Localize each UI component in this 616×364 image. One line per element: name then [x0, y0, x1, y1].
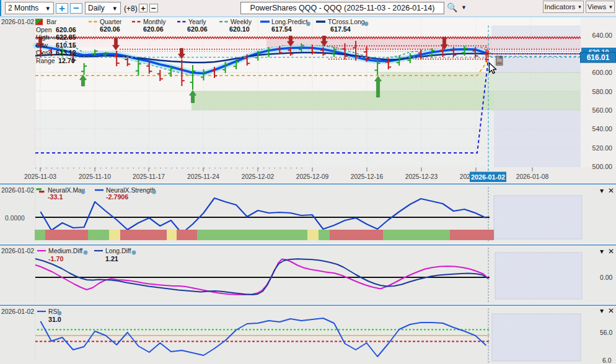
svg-text:540.00: 540.00 [592, 125, 613, 132]
svg-text:✕: ✕ [608, 247, 614, 256]
svg-text:500.00: 500.00 [592, 163, 613, 170]
svg-text:12.70: 12.70 [58, 57, 75, 64]
svg-text:Quarter: Quarter [100, 19, 122, 25]
svg-text:Close: Close [36, 50, 53, 56]
svg-text:Weekly: Weekly [231, 19, 252, 25]
svg-text:Bar: Bar [46, 19, 57, 25]
svg-text:Low: Low [36, 42, 48, 49]
svg-text:2025-12-09: 2025-12-09 [296, 173, 329, 180]
svg-text:▾: ▾ [600, 247, 604, 256]
svg-text:Long.Diff: Long.Diff [105, 248, 131, 254]
svg-text:2025-12-23: 2025-12-23 [405, 173, 438, 180]
svg-text:2025-12-02: 2025-12-02 [242, 173, 275, 180]
svg-text:Open: Open [36, 27, 52, 33]
svg-text:-33.1: -33.1 [48, 193, 63, 201]
svg-text:2025-11-24: 2025-11-24 [187, 173, 219, 180]
svg-text:580.00: 580.00 [592, 88, 613, 95]
svg-text:640.00: 640.00 [592, 32, 613, 39]
svg-text:6.0: 6.0 [602, 357, 612, 364]
svg-text:620.06: 620.06 [187, 25, 208, 33]
svg-text:613.12: 613.12 [56, 49, 76, 56]
svg-text:2026-01-08: 2026-01-08 [516, 173, 549, 180]
svg-text:High: High [36, 34, 50, 41]
svg-text:Range: Range [36, 58, 55, 64]
svg-text:2025-12-16: 2025-12-16 [351, 173, 384, 180]
svg-text:610.15: 610.15 [56, 41, 76, 49]
svg-text:31.0: 31.0 [48, 316, 61, 323]
svg-text:620.06: 620.06 [100, 25, 120, 33]
svg-text:2026-01-02: 2026-01-02 [1, 187, 34, 194]
svg-text:617.54: 617.54 [330, 25, 351, 33]
svg-text:620.10: 620.10 [229, 25, 250, 33]
svg-text:1.21: 1.21 [105, 255, 118, 262]
svg-text:2026-01-02: 2026-01-02 [1, 248, 34, 254]
svg-text:2025-11-17: 2025-11-17 [133, 173, 165, 180]
svg-text:Monthly: Monthly [143, 19, 166, 25]
svg-text:▾: ▾ [600, 306, 604, 315]
svg-text:520.00: 520.00 [592, 144, 613, 152]
svg-text:56.0: 56.0 [600, 329, 612, 336]
svg-text:2026-01-02: 2026-01-02 [1, 19, 34, 25]
svg-text:✕: ✕ [608, 186, 614, 195]
svg-text:2025-11-10: 2025-11-10 [79, 173, 111, 180]
svg-text:622.85: 622.85 [56, 33, 76, 41]
svg-text:RSI: RSI [48, 308, 59, 315]
svg-text:2025-11-03: 2025-11-03 [24, 173, 56, 180]
svg-text:-2.7906: -2.7906 [106, 193, 128, 201]
svg-text:TCross.Long: TCross.Long [328, 19, 365, 25]
svg-text:✕: ✕ [608, 306, 614, 315]
svg-text:616.01: 616.01 [587, 53, 610, 62]
svg-text:Medium.Diff: Medium.Diff [48, 248, 82, 254]
svg-text:Yearly: Yearly [188, 19, 206, 25]
svg-text:2026-01-02: 2026-01-02 [471, 173, 505, 181]
svg-text:620.06: 620.06 [143, 25, 164, 33]
svg-text:600.00: 600.00 [592, 69, 613, 76]
svg-text:620.06: 620.06 [56, 26, 76, 33]
svg-text:617.54: 617.54 [271, 25, 292, 33]
svg-text:Long.Predict: Long.Predict [271, 19, 307, 25]
svg-text:0.0000: 0.0000 [5, 215, 25, 222]
svg-text:560.00: 560.00 [592, 106, 613, 114]
svg-text:0.00: 0.00 [600, 274, 612, 281]
svg-text:2026-01-02: 2026-01-02 [1, 308, 34, 315]
svg-text:-1.70: -1.70 [48, 255, 63, 262]
svg-text:▾: ▾ [600, 186, 604, 195]
